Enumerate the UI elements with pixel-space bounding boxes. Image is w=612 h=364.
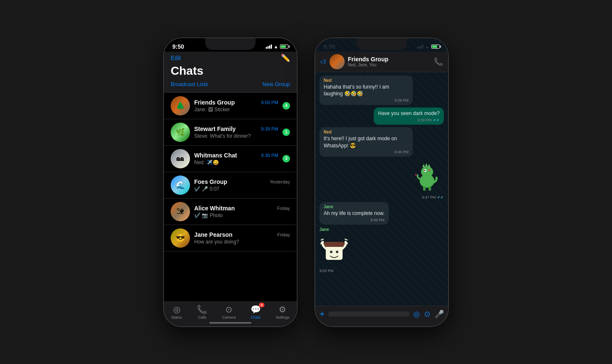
- msg-text-3: It's here!! I just got dark mode on What…: [324, 135, 409, 149]
- camera-tab-label: Camera: [222, 315, 235, 319]
- tab-calls[interactable]: 📞 Calls: [197, 304, 207, 319]
- chat-badge-friends-group: 4: [282, 102, 290, 110]
- chat-name-friends-group: Friends Group: [194, 99, 235, 106]
- call-button[interactable]: 📞: [434, 57, 443, 66]
- group-members: Ned, Jane, You: [348, 63, 430, 67]
- msg-text-2: Have you seen dark mode?: [378, 110, 440, 117]
- chat-info-jane-pearson: Jane Pearson Friday How are you doing?: [194, 231, 290, 245]
- chat-info-alice-whitman: Alice Whitman Friday ✔️ 📷 Photo: [194, 205, 290, 218]
- mic-button[interactable]: 🎤: [435, 309, 444, 319]
- status-time-1: 9:50: [172, 43, 184, 50]
- chat-item-alice-whitman[interactable]: 🏜 Alice Whitman Friday ✔️ 📷 Photo: [164, 199, 297, 225]
- chat-name-alice-whitman: Alice Whitman: [194, 205, 235, 212]
- msg-sender-3: Ned: [324, 130, 409, 134]
- msg-ticks-2: ✔✔: [433, 118, 440, 122]
- calls-tab-icon: 📞: [197, 304, 207, 314]
- chat-preview-stewart-family: Steve: What's for dinner?: [194, 133, 278, 139]
- chat-preview-foes-group: ✔️ 🎤 0:07: [194, 186, 290, 192]
- tab-chats[interactable]: 💬 3 Chats: [251, 304, 261, 319]
- msg-time-3: 9:46 PM: [394, 150, 409, 154]
- group-avatar: [330, 54, 345, 69]
- chats-screen: 9:50 ▲ Edit: [164, 38, 297, 326]
- messages-area: Ned Hahaha that's so funny!! I am laughi…: [315, 72, 448, 306]
- msg-time-2: 9:30 PM: [417, 118, 432, 122]
- svg-text:♥: ♥: [428, 168, 430, 172]
- tab-camera[interactable]: ⊙ Camera: [222, 304, 235, 319]
- settings-tab-label: Settings: [276, 315, 290, 319]
- avatar-jane-pearson: 😎: [171, 228, 190, 248]
- edit-button[interactable]: Edit: [171, 55, 181, 61]
- avatar-friends-group: 🌲: [171, 96, 190, 115]
- broadcast-lists-link[interactable]: Broadcast Lists: [171, 81, 208, 87]
- chat-preview-whitmans-chat: Ned: ✈️😄: [194, 160, 278, 165]
- avatar-foes-group: 🌊: [171, 175, 190, 195]
- battery-icon-2: [431, 45, 440, 49]
- camera-button[interactable]: ⊙: [424, 309, 430, 319]
- svg-line-15: [321, 239, 324, 240]
- chat-name-jane-pearson: Jane Pearson: [194, 231, 232, 238]
- chats-links: Broadcast Lists New Group: [171, 79, 290, 89]
- avatar-alice-whitman: 🏜: [171, 202, 190, 221]
- msg-sender-6: Jane: [319, 227, 349, 232]
- group-info: Friends Group Ned, Jane, You: [348, 56, 430, 67]
- tab-settings[interactable]: ⚙ Settings: [276, 304, 290, 319]
- svg-marker-5: [422, 164, 425, 168]
- chat-info-stewart-family: Stewart Family 9:39 PM Steve: What's for…: [194, 126, 278, 139]
- chat-time-foes-group: Yesterday: [269, 179, 290, 184]
- chat-badge-whitmans-chat: 3: [282, 155, 290, 162]
- chat-name-whitmans-chat: Whitmans Chat: [194, 152, 237, 159]
- svg-marker-7: [428, 164, 430, 168]
- chat-item-friends-group[interactable]: 🌲 Friends Group 9:50 PM Jane: 🖼 Sticker …: [164, 93, 297, 119]
- tab-status[interactable]: ◎ Status: [171, 304, 182, 319]
- chat-screen: 9:50 ▲ ‹ 3: [315, 38, 448, 326]
- svg-point-14: [336, 251, 338, 253]
- svg-marker-6: [425, 163, 427, 167]
- add-attachment-button[interactable]: +: [319, 309, 325, 319]
- msg-text-5: Ah my life is complete now.: [324, 210, 385, 217]
- message-6-sticker: Jane: [319, 227, 349, 273]
- svg-text:♥: ♥: [415, 173, 417, 177]
- signal-icon: [266, 45, 272, 49]
- chat-time-jane-pearson: Friday: [277, 232, 290, 237]
- wifi-icon: ▲: [274, 44, 278, 49]
- svg-rect-12: [324, 242, 345, 247]
- chat-item-whitmans-chat[interactable]: 🏘 Whitmans Chat 9:30 PM Ned: ✈️😄 3: [164, 146, 297, 172]
- svg-line-16: [321, 242, 322, 244]
- chat-info-friends-group: Friends Group 9:50 PM Jane: 🖼 Sticker: [194, 99, 278, 113]
- msg-ticks-4: ✔✔: [437, 195, 444, 199]
- input-icons: ◎ ⊙ 🎤: [413, 309, 444, 319]
- chat-header: ‹ 3 Friends Group Ned, Jane, You 📞: [315, 52, 448, 72]
- status-tab-label: Status: [171, 315, 182, 319]
- dino-sticker-icon: ♥ ♥: [410, 159, 444, 193]
- new-group-link[interactable]: New Group: [262, 81, 290, 87]
- svg-point-1: [421, 167, 433, 178]
- message-input[interactable]: [328, 312, 410, 317]
- chats-top-row: Edit ✏️: [171, 53, 290, 63]
- status-bar-1: 9:50 ▲: [164, 38, 297, 52]
- status-tab-icon: ◎: [173, 304, 180, 314]
- chat-preview-friends-group: Jane: 🖼 Sticker: [194, 107, 278, 113]
- chat-badge-stewart-family: 1: [282, 128, 290, 136]
- phone-chat: 9:50 ▲ ‹ 3: [314, 37, 449, 327]
- back-button[interactable]: ‹ 3: [320, 58, 326, 65]
- chat-item-foes-group[interactable]: 🌊 Foes Group Yesterday ✔️ 🎤 0:07: [164, 172, 297, 199]
- chat-input-bar: + ◎ ⊙ 🎤: [315, 306, 448, 326]
- calls-tab-label: Calls: [198, 315, 206, 319]
- sticker-button[interactable]: ◎: [413, 309, 420, 319]
- home-indicator-1: [209, 322, 251, 324]
- msg-sender-1: Ned: [324, 78, 409, 83]
- message-1: Ned Hahaha that's so funny!! I am laughi…: [319, 76, 413, 105]
- chats-header: Edit ✏️ Chats Broadcast Lists New Group: [164, 52, 297, 93]
- compose-icon[interactable]: ✏️: [281, 53, 290, 63]
- chats-tab-badge: 3: [259, 303, 264, 307]
- chat-name-stewart-family: Stewart Family: [194, 126, 236, 132]
- chat-item-jane-pearson[interactable]: 😎 Jane Pearson Friday How are you doing?: [164, 225, 297, 251]
- chat-time-alice-whitman: Friday: [277, 206, 290, 211]
- svg-rect-10: [428, 187, 431, 191]
- chat-time-friends-group: 9:50 PM: [261, 100, 278, 105]
- chat-preview-alice-whitman: ✔️ 📷 Photo: [194, 212, 290, 218]
- msg-time-6: 9:50 PM: [319, 269, 334, 273]
- chat-info-whitmans-chat: Whitmans Chat 9:30 PM Ned: ✈️😄: [194, 152, 278, 165]
- chat-item-stewart-family[interactable]: 🌿 Stewart Family 9:39 PM Steve: What's f…: [164, 119, 297, 146]
- chat-preview-jane-pearson: How are you doing?: [194, 239, 290, 245]
